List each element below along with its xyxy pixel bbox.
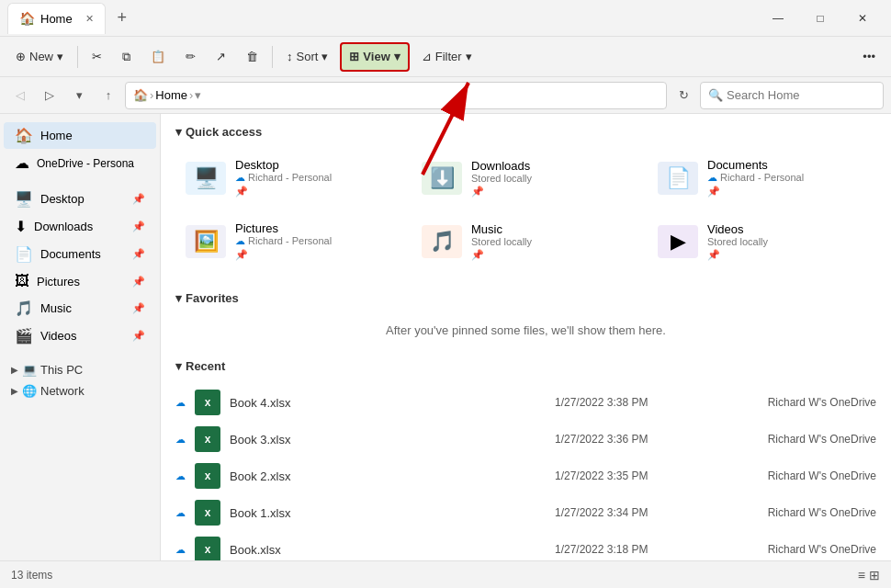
search-input[interactable]: [727, 88, 874, 102]
tab-close-button[interactable]: ✕: [85, 13, 94, 25]
thispc-chevron-icon: ▶: [11, 365, 18, 375]
more-options-button[interactable]: •••: [854, 42, 884, 72]
paste-icon: 📋: [151, 50, 165, 63]
cut-button[interactable]: ✂: [84, 42, 110, 72]
recent-item-4[interactable]: ☁ x Book.xlsx 1/27/2022 3:18 PM Richard …: [161, 531, 891, 560]
new-button[interactable]: ⊕ New ▾: [7, 42, 72, 72]
pin-icon-videos: 📌: [132, 330, 145, 342]
sidebar: 🏠 Home ☁ OneDrive - Persona 🖥️ Desktop 📌…: [0, 114, 161, 560]
search-box[interactable]: 🔍: [700, 82, 884, 109]
favorites-header[interactable]: ▾ Favorites: [161, 280, 891, 312]
copy-button[interactable]: ⧉: [114, 42, 139, 72]
minimize-button[interactable]: —: [757, 4, 799, 33]
pictures-pin: 📌: [235, 249, 332, 261]
folder-card-videos[interactable]: ▶ Videos Stored locally 📌: [648, 213, 876, 269]
sidebar-group-network[interactable]: ▶ 🌐 Network: [0, 379, 160, 400]
desktop-folder-info: Desktop ☁ Richard - Personal 📌: [235, 158, 332, 198]
forward-button[interactable]: ▷: [37, 83, 62, 108]
filter-chevron-icon: ▾: [466, 50, 472, 63]
quick-access-header[interactable]: ▾ Quick access: [161, 114, 891, 146]
recent-file-name-4: Book.xlsx: [230, 543, 546, 557]
breadcrumb-separator: ›: [150, 88, 153, 102]
pictures-folder-icon: 🖼️: [186, 225, 226, 258]
status-bar: 13 items ≡ ⊞: [0, 560, 891, 588]
excel-icon-3: x: [195, 500, 220, 526]
sidebar-item-home[interactable]: 🏠 Home: [4, 122, 156, 149]
filter-button[interactable]: ⊿ Filter ▾: [413, 42, 480, 72]
onedrive-badge-0: ☁: [175, 397, 186, 409]
recent-locations-button[interactable]: ▾: [66, 83, 92, 108]
sidebar-documents-label: Documents: [40, 247, 101, 261]
rename-button[interactable]: ✏: [177, 42, 204, 72]
recent-date-1: 1/27/2022 3:36 PM: [555, 433, 702, 446]
sort-button[interactable]: ↕ Sort ▾: [278, 42, 336, 72]
grid-view-icon[interactable]: ⊞: [869, 568, 880, 582]
home-tab[interactable]: 🏠 Home ✕: [7, 3, 106, 34]
recent-list: ☁ x Book 4.xlsx 1/27/2022 3:38 PM Richar…: [161, 380, 891, 560]
home-tab-icon: 🏠: [19, 11, 35, 26]
tab-area: 🏠 Home ✕ +: [7, 3, 757, 34]
more-icon: •••: [863, 50, 875, 63]
folder-card-downloads[interactable]: ⬇️ Downloads Stored locally 📌: [412, 150, 640, 206]
quick-access-chevron: ▾: [175, 125, 182, 139]
folder-card-music[interactable]: 🎵 Music Stored locally 📌: [412, 213, 640, 269]
sidebar-item-downloads[interactable]: ⬇ Downloads 📌: [4, 213, 156, 240]
list-view-icon[interactable]: ≡: [858, 568, 865, 582]
filter-icon: ⊿: [422, 50, 432, 63]
recent-file-name-3: Book 1.xlsx: [230, 506, 546, 520]
sidebar-home-label: Home: [40, 129, 73, 142]
recent-date-4: 1/27/2022 3:18 PM: [555, 543, 702, 556]
sidebar-item-music[interactable]: 🎵 Music 📌: [4, 295, 156, 322]
home-tab-label: Home: [40, 12, 73, 26]
delete-button[interactable]: 🗑: [238, 42, 266, 72]
view-controls: ≡ ⊞: [858, 568, 880, 582]
music-pin: 📌: [471, 249, 532, 261]
documents-onedrive-icon: ☁: [707, 172, 717, 183]
videos-pin: 📌: [707, 249, 768, 261]
recent-item-1[interactable]: ☁ x Book 3.xlsx 1/27/2022 3:36 PM Richar…: [161, 421, 891, 458]
sidebar-item-documents[interactable]: 📄 Documents 📌: [4, 241, 156, 267]
sidebar-videos-label: Videos: [40, 329, 77, 343]
recent-item-0[interactable]: ☁ x Book 4.xlsx 1/27/2022 3:38 PM Richar…: [161, 384, 891, 421]
breadcrumb-home[interactable]: 🏠: [133, 88, 148, 102]
breadcrumb-label: Home: [155, 88, 187, 102]
videos-folder-sub: Stored locally: [707, 236, 768, 247]
sidebar-group-thispc[interactable]: ▶ 💻 This PC: [0, 357, 160, 379]
folder-card-pictures[interactable]: 🖼️ Pictures ☁ Richard - Personal 📌: [175, 213, 404, 269]
breadcrumb-bar[interactable]: 🏠 › Home › ▾: [125, 82, 667, 109]
view-button[interactable]: ⊞ View ▾: [340, 42, 409, 72]
recent-date-0: 1/27/2022 3:38 PM: [555, 396, 702, 409]
folder-card-documents[interactable]: 📄 Documents ☁ Richard - Personal 📌: [648, 150, 876, 206]
documents-folder-name: Documents: [707, 158, 804, 172]
sidebar-item-pictures[interactable]: 🖼 Pictures 📌: [4, 268, 156, 294]
new-label: New: [29, 50, 53, 63]
recent-header[interactable]: ▾ Recent: [161, 348, 891, 380]
favorites-empty-text: After you've pinned some files, we'll sh…: [161, 312, 891, 348]
sidebar-item-videos[interactable]: 🎬 Videos 📌: [4, 322, 156, 349]
close-button[interactable]: ✕: [841, 4, 884, 33]
recent-location-3: Richard W's OneDrive: [711, 506, 876, 519]
sidebar-item-desktop[interactable]: 🖥️ Desktop 📌: [4, 186, 156, 212]
sidebar-item-onedrive[interactable]: ☁ OneDrive - Persona: [4, 150, 156, 176]
folder-card-desktop[interactable]: 🖥️ Desktop ☁ Richard - Personal 📌: [175, 150, 404, 206]
downloads-folder-info: Downloads Stored locally 📌: [471, 159, 532, 198]
documents-folder-sub: ☁ Richard - Personal: [707, 172, 804, 184]
refresh-button[interactable]: ↻: [671, 83, 696, 108]
back-button[interactable]: ◁: [7, 83, 33, 108]
share-button[interactable]: ↗: [208, 42, 234, 72]
paste-button[interactable]: 📋: [142, 42, 174, 72]
up-button[interactable]: ↑: [96, 83, 121, 108]
recent-date-3: 1/27/2022 3:34 PM: [555, 506, 702, 519]
music-folder-info: Music Stored locally 📌: [471, 222, 532, 261]
recent-item-2[interactable]: ☁ x Book 2.xlsx 1/27/2022 3:35 PM Richar…: [161, 458, 891, 494]
onedrive-badge-4: ☁: [175, 544, 186, 556]
sort-label: Sort: [297, 50, 319, 63]
recent-item-3[interactable]: ☁ x Book 1.xlsx 1/27/2022 3:34 PM Richar…: [161, 494, 891, 531]
breadcrumb-current[interactable]: Home: [155, 88, 187, 102]
recent-location-4: Richard W's OneDrive: [711, 543, 876, 556]
new-tab-button[interactable]: +: [109, 6, 135, 31]
recent-file-name-2: Book 2.xlsx: [230, 469, 546, 483]
sidebar-onedrive-label: OneDrive - Persona: [37, 157, 134, 170]
maximize-button[interactable]: □: [799, 4, 841, 33]
new-chevron-icon: ▾: [57, 50, 63, 63]
